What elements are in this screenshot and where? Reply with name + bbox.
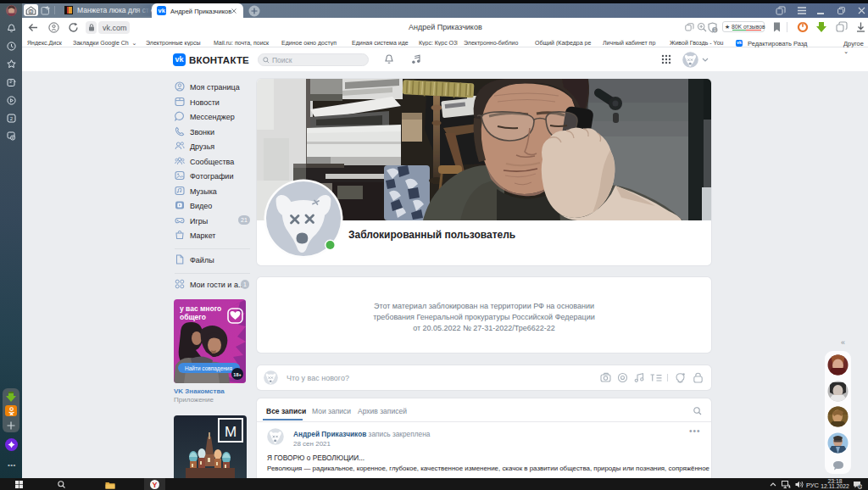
svg-text:18+: 18+ bbox=[233, 372, 241, 377]
svg-text:общего: общего bbox=[180, 313, 206, 321]
svg-text:2: 2 bbox=[31, 10, 32, 14]
svg-text:Найти совпадения: Найти совпадения bbox=[185, 365, 233, 372]
svg-text:М: М bbox=[225, 424, 236, 440]
svg-text:у вас много: у вас много bbox=[180, 304, 221, 313]
svg-text:2: 2 bbox=[10, 116, 14, 121]
svg-text:1: 1 bbox=[714, 28, 716, 32]
